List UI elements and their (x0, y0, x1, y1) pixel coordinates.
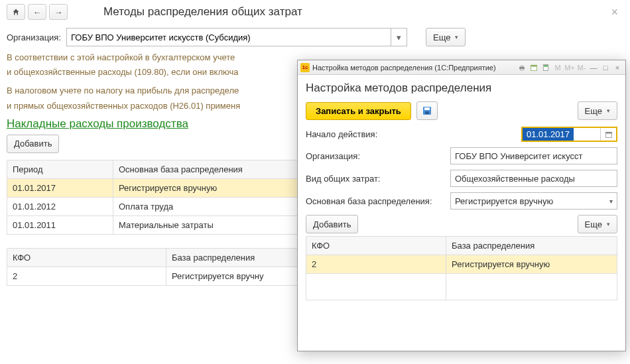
back-button[interactable]: ← (28, 4, 46, 20)
svg-rect-6 (544, 65, 548, 66)
modal-more-button[interactable]: Еще (578, 101, 617, 120)
cost-type-label: Вид общих затрат: (306, 174, 445, 184)
mminus-icon[interactable]: M- (576, 62, 587, 73)
col-period: Период (7, 160, 113, 178)
calendar-icon[interactable] (529, 62, 539, 73)
col-kfo: КФО (7, 248, 166, 267)
minimize-icon[interactable]: — (588, 62, 599, 73)
chevron-down-icon[interactable]: ▾ (609, 198, 613, 205)
calendar-picker-icon[interactable] (600, 128, 616, 141)
modal-kfo-table: КФО База распределения 2 Регистрируется … (306, 236, 617, 300)
table-row[interactable]: 2 Регистрируется вручную (306, 255, 617, 274)
svg-rect-8 (424, 107, 430, 110)
cost-type-input[interactable]: Общехозяйственные расходы (450, 170, 617, 187)
home-button[interactable] (7, 4, 25, 20)
modal-heading: Настройка методов распределения (306, 82, 617, 95)
close-icon[interactable]: × (605, 5, 623, 19)
logo-1c-icon: 1c (300, 63, 310, 72)
modal-col-base: База распределения (446, 237, 617, 255)
add-button[interactable]: Добавить (7, 135, 59, 153)
org-dropdown-icon[interactable]: ▾ (391, 28, 407, 46)
org-input[interactable] (66, 28, 391, 46)
modal-table-more-button[interactable]: Еще (578, 215, 617, 233)
settings-modal: 1c Настройка методов распределения (1С:П… (297, 60, 626, 351)
start-date-input[interactable]: 01.01.2017 (521, 127, 617, 142)
modal-org-input[interactable]: ГОБУ ВПО Университет искусст (450, 147, 617, 164)
calc-icon[interactable] (540, 62, 551, 73)
modal-titlebar[interactable]: 1c Настройка методов распределения (1С:П… (298, 60, 625, 75)
org-label: Организация: (7, 32, 61, 42)
modal-close-icon[interactable]: × (612, 62, 623, 73)
maximize-icon[interactable]: □ (600, 62, 611, 73)
modal-org-label: Организация: (306, 151, 445, 161)
svg-rect-2 (521, 68, 524, 70)
base-label: Основная база распределения: (306, 196, 445, 206)
svg-rect-11 (605, 132, 611, 133)
base-input[interactable]: Регистрируется вручную ▾ (450, 192, 617, 210)
svg-rect-4 (531, 65, 537, 66)
svg-rect-9 (425, 111, 429, 114)
m-icon[interactable]: M (552, 62, 563, 73)
start-date-label: Начало действия: (306, 129, 445, 139)
modal-add-button[interactable]: Добавить (306, 215, 358, 233)
save-close-button[interactable]: Записать и закрыть (306, 102, 411, 120)
print-icon[interactable] (517, 62, 527, 73)
modal-col-kfo: КФО (306, 237, 446, 255)
modal-title: Настройка методов распределения (1С:Пред… (312, 64, 496, 72)
save-button[interactable] (416, 101, 438, 120)
forward-button[interactable]: → (49, 4, 68, 20)
page-title: Методы распределения общих затрат (103, 5, 302, 19)
svg-rect-1 (521, 65, 524, 66)
mplus-icon[interactable]: M+ (564, 62, 575, 73)
more-button-header[interactable]: Еще (426, 28, 466, 46)
